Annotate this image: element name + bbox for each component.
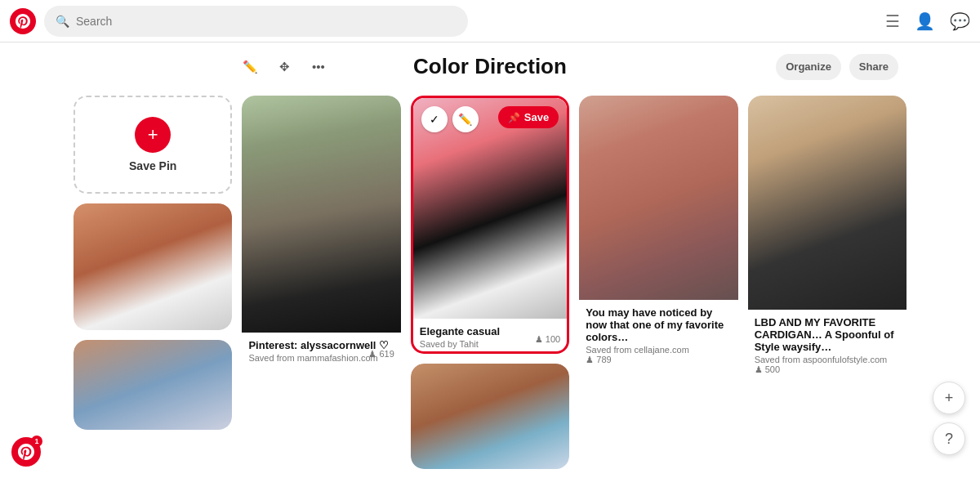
pin-source-4: Saved from aspoonfulofstyle.com bbox=[755, 355, 900, 364]
pin-card-partial[interactable] bbox=[74, 203, 232, 330]
pin-count-2: ♟ 100 bbox=[535, 334, 560, 345]
edit-button[interactable]: ✏️ bbox=[237, 54, 263, 80]
pin-image-partial bbox=[74, 203, 232, 330]
pin-card-4[interactable]: LBD AND MY FAVORITE CARDIGAN… A Spoonful… bbox=[748, 96, 906, 378]
pin-info-2: Elegante casual Saved by Tahit ♟ 100 bbox=[413, 319, 567, 352]
pin-card-2[interactable]: ✓ ✏️ 📌 Save Elegante casual Saved by Tah… bbox=[411, 96, 569, 354]
board-actions-left: ✏️ ✥ ••• bbox=[237, 54, 332, 80]
pin-source-3: Saved from cellajane.com bbox=[586, 345, 731, 355]
organize-button[interactable]: Organize bbox=[776, 54, 841, 80]
pin-image-1 bbox=[242, 96, 400, 333]
search-icon: 🔍 bbox=[56, 15, 69, 28]
edit-pin-button[interactable]: ✏️ bbox=[452, 106, 479, 132]
pin-info-4: LBD AND MY FAVORITE CARDIGAN… A Spoonful… bbox=[748, 310, 906, 378]
more-button[interactable]: ••• bbox=[305, 54, 332, 80]
nav-icons: ☰ 👤 💬 bbox=[885, 11, 970, 31]
pin-title-4: LBD AND MY FAVORITE CARDIGAN… A Spoonful… bbox=[755, 316, 900, 353]
pin-count-4: ♟ 500 bbox=[755, 364, 900, 375]
col-1: + Save Pin bbox=[74, 96, 232, 469]
save-pin-label: Save Pin bbox=[129, 159, 176, 172]
pins-grid: + Save Pin Pinterest: alyssacornwell ♡ S… bbox=[0, 87, 980, 477]
add-button[interactable]: + bbox=[933, 382, 965, 414]
pin-info-1: Pinterest: alyssacornwell ♡ Saved from m… bbox=[242, 333, 400, 366]
pin-card-bottom-3[interactable] bbox=[411, 364, 569, 469]
pin-check-btns: ✓ ✏️ bbox=[421, 106, 479, 132]
col-2: Pinterest: alyssacornwell ♡ Saved from m… bbox=[242, 96, 400, 469]
pin-count-3: ♟ 789 bbox=[586, 355, 731, 365]
pin-info-3: You may have noticed by now that one of … bbox=[579, 300, 737, 369]
save-pin-button[interactable]: 📌 Save bbox=[498, 106, 559, 128]
bottom-buttons: + ? bbox=[933, 382, 965, 455]
pin-card-partial-2[interactable] bbox=[74, 340, 232, 430]
user-icon[interactable]: 👤 bbox=[915, 11, 935, 31]
board-header: ✏️ ✥ ••• Color Direction Organize Share bbox=[0, 42, 980, 87]
pin-image-partial-2 bbox=[74, 340, 232, 430]
board-actions-right: Organize Share bbox=[776, 54, 898, 80]
move-button[interactable]: ✥ bbox=[271, 54, 297, 80]
pin-image-4 bbox=[748, 96, 906, 310]
pin-card-3[interactable]: You may have noticed by now that one of … bbox=[579, 96, 737, 369]
pin-image-3 bbox=[579, 96, 737, 300]
save-pin-icon: + bbox=[135, 117, 171, 153]
share-button[interactable]: Share bbox=[849, 54, 898, 80]
help-button[interactable]: ? bbox=[933, 422, 965, 455]
checkmark-button[interactable]: ✓ bbox=[421, 106, 448, 132]
pin-card-1[interactable]: Pinterest: alyssacornwell ♡ Saved from m… bbox=[242, 96, 400, 366]
menu-icon[interactable]: ☰ bbox=[885, 11, 900, 31]
pin-title-3: You may have noticed by now that one of … bbox=[586, 306, 731, 343]
search-bar[interactable]: 🔍 bbox=[44, 6, 468, 37]
pin-image-bottom-3 bbox=[411, 364, 569, 469]
col-3: ✓ ✏️ 📌 Save Elegante casual Saved by Tah… bbox=[411, 96, 569, 469]
search-input[interactable] bbox=[76, 15, 457, 28]
pinterest-logo[interactable] bbox=[10, 8, 36, 34]
save-pin-card[interactable]: + Save Pin bbox=[74, 96, 232, 194]
col-5: LBD AND MY FAVORITE CARDIGAN… A Spoonful… bbox=[748, 96, 906, 469]
chat-icon[interactable]: 💬 bbox=[950, 11, 970, 31]
board-title: Color Direction bbox=[413, 54, 567, 79]
pin-count-1: ♟ 619 bbox=[368, 349, 394, 360]
bottom-pinterest-logo[interactable]: 1 bbox=[11, 437, 41, 467]
save-label: Save bbox=[524, 111, 549, 123]
navbar: 🔍 ☰ 👤 💬 bbox=[0, 0, 980, 42]
col-4: You may have noticed by now that one of … bbox=[579, 96, 737, 469]
pin-overlay-2: ✓ ✏️ 📌 Save bbox=[421, 106, 559, 132]
pin-icon: 📌 bbox=[508, 112, 520, 123]
notification-badge: 1 bbox=[31, 436, 42, 447]
